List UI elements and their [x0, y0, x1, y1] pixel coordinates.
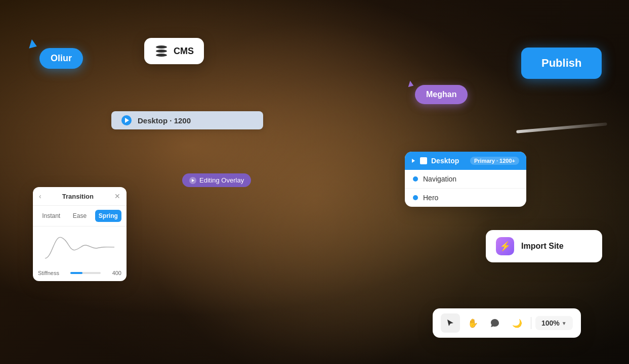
zoom-label: 100% — [541, 319, 560, 327]
play-icon — [121, 115, 132, 125]
stiffness-slider[interactable] — [70, 272, 101, 274]
dark-mode-button[interactable]: 🌙 — [508, 313, 527, 333]
tag-play-icon — [189, 177, 196, 184]
transition-panel[interactable]: ‹ Transition ✕ Instant Ease Spring Stiff… — [33, 187, 127, 281]
import-site-card[interactable]: ⚡ Import Site — [486, 230, 602, 262]
import-site-icon: ⚡ — [496, 237, 514, 255]
chevron-down-icon: ▼ — [562, 321, 567, 326]
cms-badge[interactable]: CMS — [144, 38, 204, 64]
stiffness-label: Stiffness — [38, 270, 59, 276]
database-icon — [154, 44, 169, 58]
cms-label: CMS — [174, 46, 194, 57]
toolbar-divider — [531, 317, 531, 329]
meghan-pill: Meghan — [415, 85, 468, 104]
comment-tool-button[interactable] — [485, 313, 505, 333]
panel-row-navigation[interactable]: Navigation — [405, 170, 526, 189]
hero-dot-icon — [413, 195, 418, 200]
desktop-preview-bar[interactable]: Desktop · 1200 — [111, 111, 263, 129]
panel-navigation-label: Navigation — [423, 175, 456, 183]
oliur-pill: Oliur — [39, 48, 83, 69]
bottom-toolbar: ✋ 🌙 100% ▼ — [433, 308, 581, 338]
nav-dot-icon — [413, 176, 418, 181]
desktop-bar-text: Desktop · 1200 — [138, 116, 191, 125]
stiffness-value: 400 — [112, 270, 121, 276]
publish-button[interactable]: Publish — [521, 48, 602, 79]
import-site-label: Import Site — [521, 242, 564, 251]
panel-header-badge: Primary · 1200+ — [470, 157, 519, 165]
stiffness-slider-fill — [70, 272, 82, 274]
desktop-panel[interactable]: Desktop Primary · 1200+ Navigation Hero — [405, 152, 526, 207]
editing-overlay-label: Editing Overlay — [199, 176, 244, 184]
editing-overlay-tag[interactable]: Editing Overlay — [182, 173, 251, 187]
stiffness-row: Stiffness 400 — [33, 267, 127, 281]
select-tool-button[interactable] — [441, 313, 460, 333]
panel-header-title: Desktop — [431, 157, 466, 165]
tab-spring[interactable]: Spring — [95, 210, 121, 222]
zoom-button[interactable]: 100% ▼ — [535, 316, 573, 330]
transition-panel-title: Transition — [41, 193, 114, 200]
panel-hero-label: Hero — [423, 194, 438, 202]
hand-tool-button[interactable]: ✋ — [463, 313, 482, 333]
transition-tabs: Instant Ease Spring — [33, 206, 127, 226]
tab-ease[interactable]: Ease — [66, 210, 93, 222]
desktop-panel-header: Desktop Primary · 1200+ — [405, 152, 526, 170]
panel-row-hero[interactable]: Hero — [405, 189, 526, 207]
chevron-right-icon — [412, 159, 415, 163]
spring-chart — [33, 226, 127, 267]
desktop-square-icon — [420, 157, 427, 164]
transition-panel-header: ‹ Transition ✕ — [33, 187, 127, 206]
close-button[interactable]: ✕ — [114, 192, 120, 200]
tab-instant[interactable]: Instant — [38, 210, 64, 222]
